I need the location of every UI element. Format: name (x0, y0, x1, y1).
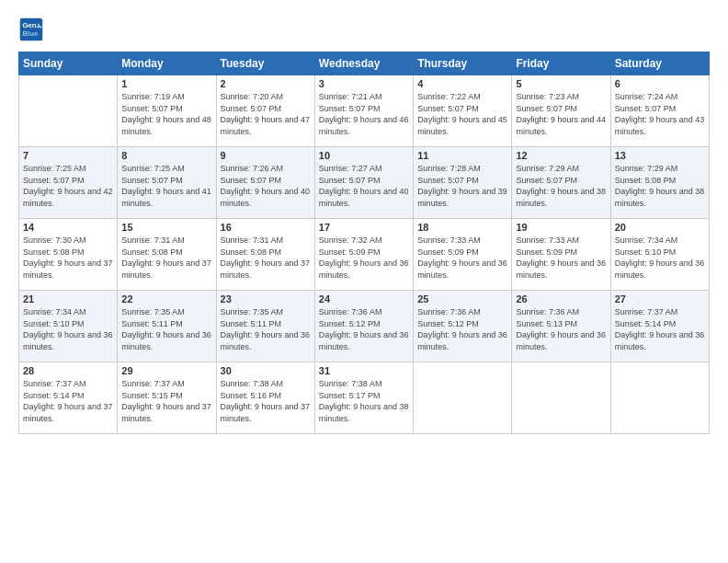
calendar-week-1: 1Sunrise: 7:19 AMSunset: 5:07 PMDaylight… (19, 75, 710, 147)
cell-info: Sunrise: 7:33 AMSunset: 5:09 PMDaylight:… (516, 235, 606, 281)
cell-info: Sunrise: 7:36 AMSunset: 5:12 PMDaylight:… (417, 306, 507, 352)
cell-info: Sunrise: 7:33 AMSunset: 5:09 PMDaylight:… (417, 235, 507, 281)
calendar-cell (512, 362, 610, 434)
cell-info: Sunrise: 7:19 AMSunset: 5:07 PMDaylight:… (121, 91, 211, 137)
calendar-week-4: 21Sunrise: 7:34 AMSunset: 5:10 PMDayligh… (19, 291, 710, 362)
cell-info: Sunrise: 7:37 AMSunset: 5:14 PMDaylight:… (615, 306, 705, 352)
day-number: 10 (319, 150, 409, 161)
cell-info: Sunrise: 7:31 AMSunset: 5:08 PMDaylight:… (121, 235, 211, 281)
calendar-page: Gen. Blue SundayMondayTuesdayWednesdayTh… (0, 0, 728, 563)
cell-info: Sunrise: 7:37 AMSunset: 5:15 PMDaylight:… (121, 378, 211, 424)
calendar-cell: 1Sunrise: 7:19 AMSunset: 5:07 PMDaylight… (118, 75, 216, 147)
day-number: 24 (319, 293, 409, 304)
cell-info: Sunrise: 7:38 AMSunset: 5:16 PMDaylight:… (221, 378, 311, 424)
calendar-cell: 27Sunrise: 7:37 AMSunset: 5:14 PMDayligh… (610, 291, 709, 362)
page-header: Gen. Blue (18, 17, 710, 42)
day-number: 30 (221, 365, 311, 376)
cell-info: Sunrise: 7:38 AMSunset: 5:17 PMDaylight:… (319, 378, 409, 424)
cell-info: Sunrise: 7:21 AMSunset: 5:07 PMDaylight:… (319, 91, 409, 137)
day-number: 1 (121, 78, 211, 89)
day-number: 9 (221, 150, 311, 161)
cell-info: Sunrise: 7:22 AMSunset: 5:07 PMDaylight:… (417, 91, 507, 137)
day-number: 18 (417, 222, 507, 233)
calendar-cell: 28Sunrise: 7:37 AMSunset: 5:14 PMDayligh… (19, 362, 118, 434)
weekday-header-monday: Monday (118, 52, 216, 75)
calendar-table: SundayMondayTuesdayWednesdayThursdayFrid… (18, 52, 710, 434)
logo: Gen. Blue (18, 17, 48, 42)
cell-info: Sunrise: 7:27 AMSunset: 5:07 PMDaylight:… (319, 163, 409, 209)
calendar-cell: 25Sunrise: 7:36 AMSunset: 5:12 PMDayligh… (414, 291, 512, 362)
day-number: 20 (615, 222, 705, 233)
day-number: 27 (615, 293, 705, 304)
day-number: 19 (516, 222, 606, 233)
day-number: 8 (121, 150, 211, 161)
weekday-header-sunday: Sunday (19, 52, 118, 75)
calendar-cell: 20Sunrise: 7:34 AMSunset: 5:10 PMDayligh… (610, 219, 709, 291)
day-number: 2 (221, 78, 311, 89)
day-number: 16 (221, 222, 311, 233)
day-number: 23 (221, 293, 311, 304)
day-number: 11 (417, 150, 507, 161)
cell-info: Sunrise: 7:23 AMSunset: 5:07 PMDaylight:… (516, 91, 606, 137)
calendar-cell: 16Sunrise: 7:31 AMSunset: 5:08 PMDayligh… (216, 219, 314, 291)
cell-info: Sunrise: 7:37 AMSunset: 5:14 PMDaylight:… (23, 378, 113, 424)
day-number: 12 (516, 150, 606, 161)
day-number: 22 (121, 293, 211, 304)
svg-text:Blue: Blue (22, 29, 39, 38)
calendar-cell: 22Sunrise: 7:35 AMSunset: 5:11 PMDayligh… (118, 291, 216, 362)
calendar-cell: 31Sunrise: 7:38 AMSunset: 5:17 PMDayligh… (314, 362, 413, 434)
calendar-cell (19, 75, 118, 147)
calendar-cell: 6Sunrise: 7:24 AMSunset: 5:07 PMDaylight… (610, 75, 709, 147)
calendar-week-2: 7Sunrise: 7:25 AMSunset: 5:07 PMDaylight… (19, 147, 710, 219)
calendar-cell (414, 362, 512, 434)
cell-info: Sunrise: 7:32 AMSunset: 5:09 PMDaylight:… (319, 235, 409, 281)
calendar-cell: 9Sunrise: 7:26 AMSunset: 5:07 PMDaylight… (216, 147, 314, 219)
weekday-header-saturday: Saturday (610, 52, 709, 75)
day-number: 25 (417, 293, 507, 304)
day-number: 3 (319, 78, 409, 89)
calendar-cell: 5Sunrise: 7:23 AMSunset: 5:07 PMDaylight… (512, 75, 610, 147)
calendar-cell: 7Sunrise: 7:25 AMSunset: 5:07 PMDaylight… (19, 147, 118, 219)
calendar-cell: 24Sunrise: 7:36 AMSunset: 5:12 PMDayligh… (314, 291, 413, 362)
cell-info: Sunrise: 7:35 AMSunset: 5:11 PMDaylight:… (121, 306, 211, 352)
calendar-cell: 8Sunrise: 7:25 AMSunset: 5:07 PMDaylight… (118, 147, 216, 219)
calendar-week-5: 28Sunrise: 7:37 AMSunset: 5:14 PMDayligh… (19, 362, 710, 434)
calendar-week-3: 14Sunrise: 7:30 AMSunset: 5:08 PMDayligh… (19, 219, 710, 291)
calendar-cell: 21Sunrise: 7:34 AMSunset: 5:10 PMDayligh… (19, 291, 118, 362)
calendar-cell: 11Sunrise: 7:28 AMSunset: 5:07 PMDayligh… (414, 147, 512, 219)
cell-info: Sunrise: 7:31 AMSunset: 5:08 PMDaylight:… (221, 235, 311, 281)
calendar-cell: 2Sunrise: 7:20 AMSunset: 5:07 PMDaylight… (216, 75, 314, 147)
cell-info: Sunrise: 7:28 AMSunset: 5:07 PMDaylight:… (417, 163, 507, 209)
day-number: 17 (319, 222, 409, 233)
cell-info: Sunrise: 7:30 AMSunset: 5:08 PMDaylight:… (23, 235, 113, 281)
cell-info: Sunrise: 7:29 AMSunset: 5:07 PMDaylight:… (516, 163, 606, 209)
weekday-header-row: SundayMondayTuesdayWednesdayThursdayFrid… (19, 52, 710, 75)
logo-icon: Gen. Blue (18, 17, 44, 42)
weekday-header-tuesday: Tuesday (216, 52, 314, 75)
weekday-header-wednesday: Wednesday (314, 52, 413, 75)
weekday-header-thursday: Thursday (414, 52, 512, 75)
calendar-cell: 19Sunrise: 7:33 AMSunset: 5:09 PMDayligh… (512, 219, 610, 291)
day-number: 28 (23, 365, 113, 376)
day-number: 7 (23, 150, 113, 161)
cell-info: Sunrise: 7:25 AMSunset: 5:07 PMDaylight:… (121, 163, 211, 209)
calendar-cell: 14Sunrise: 7:30 AMSunset: 5:08 PMDayligh… (19, 219, 118, 291)
calendar-cell: 26Sunrise: 7:36 AMSunset: 5:13 PMDayligh… (512, 291, 610, 362)
calendar-cell: 17Sunrise: 7:32 AMSunset: 5:09 PMDayligh… (314, 219, 413, 291)
calendar-cell: 30Sunrise: 7:38 AMSunset: 5:16 PMDayligh… (216, 362, 314, 434)
cell-info: Sunrise: 7:20 AMSunset: 5:07 PMDaylight:… (221, 91, 311, 137)
day-number: 31 (319, 365, 409, 376)
calendar-cell: 29Sunrise: 7:37 AMSunset: 5:15 PMDayligh… (118, 362, 216, 434)
day-number: 26 (516, 293, 606, 304)
cell-info: Sunrise: 7:34 AMSunset: 5:10 PMDaylight:… (615, 235, 705, 281)
calendar-cell: 18Sunrise: 7:33 AMSunset: 5:09 PMDayligh… (414, 219, 512, 291)
day-number: 14 (23, 222, 113, 233)
day-number: 21 (23, 293, 113, 304)
day-number: 5 (516, 78, 606, 89)
day-number: 4 (417, 78, 507, 89)
calendar-cell: 13Sunrise: 7:29 AMSunset: 5:08 PMDayligh… (610, 147, 709, 219)
cell-info: Sunrise: 7:29 AMSunset: 5:08 PMDaylight:… (615, 163, 705, 209)
day-number: 15 (121, 222, 211, 233)
svg-text:Gen.: Gen. (22, 21, 38, 29)
cell-info: Sunrise: 7:36 AMSunset: 5:12 PMDaylight:… (319, 306, 409, 352)
